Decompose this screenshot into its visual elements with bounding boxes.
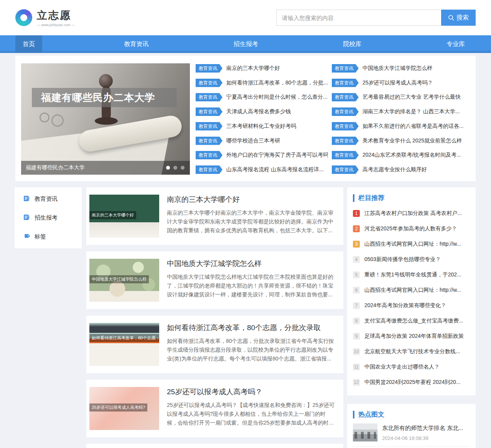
carousel-overlay-band: 福建有哪些民办二本大学 — [32, 88, 177, 107]
right-column: 栏目推荐 1江苏高考农村户口加分政策 高考农村户... 2河北省2025年参加高… — [347, 187, 476, 448]
carousel-dot-1[interactable] — [166, 166, 170, 170]
search-input[interactable] — [276, 10, 441, 26]
recommend-item[interactable]: 9足球高考加分政策 2024年体育单招新政策 — [353, 329, 470, 344]
category-badge: 教育资讯 — [332, 151, 359, 159]
site-name: 立志愿 — [37, 8, 75, 22]
article-excerpt: 25岁还可以报考成人高考吗？【成考快速报名和免费咨询：】25岁还可以报考成人高考… — [167, 401, 336, 427]
recommend-item[interactable]: 1江苏高考农村户口加分政策 高考农村户... — [353, 206, 470, 221]
rank-badge: 12 — [353, 379, 360, 386]
recommend-item[interactable]: 6山西招生考试网官网入口网址：http://w... — [353, 283, 470, 298]
news-link[interactable]: 教育资讯湖南三本大学的排名是？ 山西三本大学... — [332, 107, 464, 117]
recommend-item[interactable]: 11中国农业大学走出过哪些名人？ — [353, 359, 470, 375]
category-badge: 教育资讯 — [196, 151, 222, 159]
carousel-dot-3[interactable] — [181, 166, 185, 170]
article-title[interactable]: 南京的三本大学哪个好 — [167, 195, 336, 205]
article-excerpt: 南京的三本大学哪个好南京的三本大学中，南京大学金陵学院、南京审计大学金审学院和东… — [167, 208, 336, 235]
news-link[interactable]: 教育资讯宁夏高考出分时间是什么时候，怎么查分... — [196, 92, 328, 102]
article-excerpt: 如何看待浙江高考改革，80个志愿，分批次录取浙江省今年高考实行按学生成绩分段填报… — [167, 337, 336, 363]
news-link[interactable]: 教育资讯美术教育专业学什么 2025就业前景怎么样 — [332, 136, 464, 146]
news-link[interactable]: 教育资讯山东高考报名流程 山东高考报名流程详... — [196, 165, 328, 175]
article-title[interactable]: 中国地质大学江城学院怎么样 — [167, 259, 336, 269]
nav-item-education-news[interactable]: 教育资讯 — [121, 35, 152, 53]
category-badge: 教育资讯 — [332, 107, 359, 116]
news-link[interactable]: 教育资讯外地户口的在宁海海买了房子高考可以考吗 — [196, 150, 328, 160]
hot-panel: 热点图文 东北所有的师范大学排名 东北... 2024-04-06 19:08:… — [347, 404, 476, 448]
site-logo[interactable]: 立志愿 — www.jizhiyuan.com — — [15, 8, 75, 27]
recommend-item[interactable]: 72024年高考加分政策有哪些变化？ — [353, 298, 470, 313]
nav-item-major-library[interactable]: 专业库 — [443, 35, 468, 53]
news-link[interactable]: 教育资讯艺考最容易过的三大专业 艺考学什么最快 — [332, 92, 464, 102]
article-card[interactable]: 25岁还可以报考成人高考吗? 25岁还可以报考成人高考吗？ 25岁还可以报考成人… — [86, 380, 343, 437]
news-link[interactable]: 教育资讯如何看待浙江高考改革，80个志愿，分批... — [196, 78, 328, 88]
article-title[interactable]: 25岁还可以报考成人高考吗？ — [167, 387, 336, 397]
category-badge: 教育资讯 — [332, 64, 359, 73]
recommend-item[interactable]: 8支付宝高考缴费怎么做_支付宝高考缴费... — [353, 313, 470, 329]
hot-panel-title: 热点图文 — [353, 411, 470, 418]
search-bar: 搜索 — [276, 10, 476, 26]
header: 立志愿 — www.jizhiyuan.com — 搜索 — [0, 0, 491, 35]
hero-links-col1: 教育资讯南京的三本大学哪个好 教育资讯如何看待浙江高考改革，80个志愿，分批..… — [196, 63, 332, 175]
article-title[interactable]: 如何看待浙江高考改革，80个志愿，分批次录取 — [167, 323, 336, 333]
rank-badge: 5 — [353, 271, 360, 278]
article-card[interactable]: 南京的三本大学哪个好 南京的三本大学哪个好 南京的三本大学哪个好南京的三本大学中… — [86, 187, 343, 245]
sidebar-item-tags[interactable]: 标签 — [15, 227, 82, 246]
news-link[interactable]: 教育资讯南京的三本大学哪个好 — [196, 63, 328, 73]
article-date: 2024-11-27 18:10:26 — [167, 365, 336, 366]
category-badge: 教育资讯 — [196, 122, 222, 131]
recommend-item[interactable]: 2河北省2025年参加高考的人数有多少？ — [353, 221, 470, 236]
left-sidebar: 教育资讯 招生报考 标签 — [15, 187, 82, 248]
recommend-item[interactable]: 10北京航空航天大学飞行技术专业分数线... — [353, 344, 470, 359]
carousel-caption[interactable]: 福建有哪些民办二本大学 — [21, 164, 166, 171]
article-excerpt: 中国地质大学江城学院怎么样地大江城学院在三本院校里面也算是好的了，江城学院的老师… — [167, 273, 336, 299]
news-link[interactable]: 教育资讯2024山东艺术类联考/统考报名时间及考... — [332, 150, 464, 160]
article-card[interactable]: 如何看待浙江高考改革，80个志愿： 如何看待浙江高考改革，80个志愿，分批次录取… — [86, 316, 343, 373]
recommend-panel: 栏目推荐 1江苏高考农村户口加分政策 高考农村户... 2河北省2025年参加高… — [347, 187, 476, 395]
hot-list: 东北所有的师范大学排名 东北... 2024-04-06 19:08:39 华中… — [353, 418, 470, 448]
doc-icon — [23, 195, 30, 203]
recommend-item[interactable]: 5重磅！东莞1号线明年全线贯通，于202... — [353, 267, 470, 283]
recommend-item[interactable]: 40503新闻传播学包括哪些专业？ — [353, 252, 470, 267]
category-badge: 教育资讯 — [196, 93, 222, 101]
carousel-dot-2[interactable] — [173, 166, 177, 170]
carousel[interactable]: 福建有哪些民办二本大学 福建有哪些民办二本大学 — [21, 63, 190, 175]
rank-badge: 6 — [353, 287, 360, 294]
news-link[interactable]: 教育资讯高考志愿专业按什么顺序好 — [332, 165, 464, 175]
category-badge: 教育资讯 — [332, 122, 359, 131]
news-link[interactable]: 教育资讯25岁还可以报考成人高考吗？ — [332, 78, 464, 88]
search-button[interactable]: 搜索 — [441, 10, 476, 26]
recommend-list: 1江苏高考农村户口加分政策 高考农村户... 2河北省2025年参加高考的人数有… — [353, 206, 470, 390]
category-badge: 教育资讯 — [196, 165, 222, 174]
article-thumbnail: 25岁还可以报考成人高考吗? — [89, 387, 159, 430]
recommend-panel-title: 栏目推荐 — [353, 194, 470, 202]
sidebar-item-education-news[interactable]: 教育资讯 — [15, 190, 82, 208]
article-date: 2024-11-27 18:12:52 — [167, 301, 336, 302]
sidebar-item-enrollment[interactable]: 招生报考 — [15, 208, 82, 227]
main-nav: 首页 教育资讯 招生报考 院校库 专业库 — [0, 35, 491, 53]
carousel-photo-glasses — [40, 112, 49, 122]
category-badge: 教育资讯 — [196, 137, 222, 145]
news-link[interactable]: 教育资讯天津成人高考报名费多少钱 — [196, 107, 328, 117]
hot-item[interactable]: 东北所有的师范大学排名 东北... 2024-04-06 19:08:39 — [353, 418, 470, 447]
hot-title[interactable]: 东北所有的师范大学排名 东北... — [382, 425, 470, 432]
recommend-item[interactable]: 12中国男篮2024到2025年赛程 2024到20... — [353, 375, 470, 390]
news-link[interactable]: 教育资讯哪些学校适合三本考研 — [196, 136, 328, 146]
news-link[interactable]: 教育资讯如果不久前进行的八省联考是高考的话各... — [332, 121, 464, 131]
article-card-partial[interactable] — [86, 444, 343, 448]
site-domain: — www.jizhiyuan.com — — [37, 23, 75, 27]
nav-item-college-library[interactable]: 院校库 — [340, 35, 365, 53]
article-card[interactable]: 中国地质大学江城学院怎么样 中国地质大学江城学院怎么样 中国地质大学江城学院怎么… — [86, 251, 343, 309]
news-link[interactable]: 教育资讯中国地质大学江城学院怎么样 — [332, 63, 464, 73]
doc-icon — [23, 214, 30, 222]
nav-item-home[interactable]: 首页 — [15, 35, 42, 53]
nav-item-enrollment[interactable]: 招生报考 — [231, 35, 261, 53]
article-date: 2024-11-27 18:13:34 — [167, 237, 336, 238]
rank-badge: 3 — [353, 241, 360, 248]
category-badge: 教育资讯 — [332, 79, 359, 87]
hot-thumbnail — [353, 423, 377, 441]
rank-badge: 11 — [353, 364, 360, 370]
news-link[interactable]: 教育资讯三本考研材料化工专业好考吗 — [196, 121, 328, 131]
recommend-item[interactable]: 3山西招生考试网官网入口网址：http://w... — [353, 236, 470, 252]
article-date: 2024-11-27 18:07:44 — [167, 429, 336, 430]
category-badge: 教育资讯 — [332, 93, 359, 101]
category-badge: 教育资讯 — [196, 64, 222, 73]
